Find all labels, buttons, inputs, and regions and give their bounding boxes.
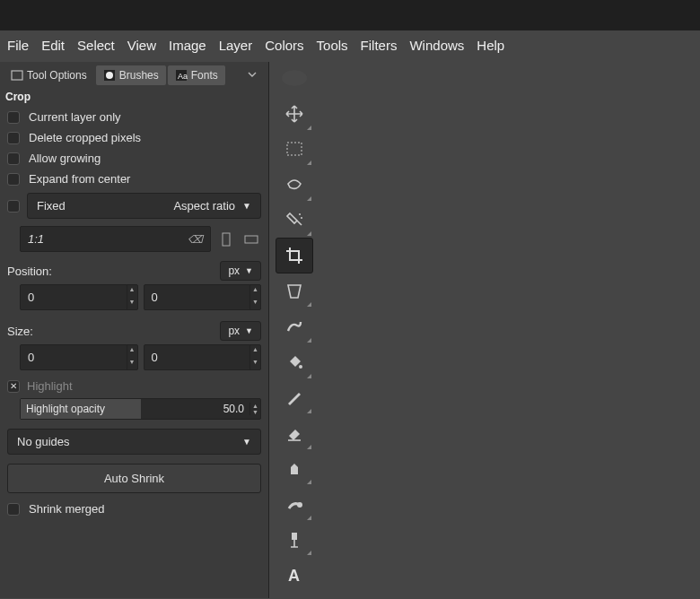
check-delete-cropped[interactable]	[7, 132, 20, 144]
svg-text:A: A	[288, 567, 300, 585]
landscape-icon[interactable]	[241, 230, 261, 249]
unit-label: px	[228, 265, 240, 277]
opacity-label: Highlight opacity	[21, 399, 218, 419]
select-guides[interactable]: No guides ▼	[7, 429, 261, 455]
tab-label: Brushes	[119, 69, 159, 82]
tool-rect-select[interactable]	[276, 132, 313, 168]
tool-fuzzy-select[interactable]	[276, 203, 313, 239]
svg-rect-14	[292, 533, 297, 540]
menu-edit[interactable]: Edit	[41, 38, 65, 53]
input-position-y[interactable]: ▲▼	[144, 284, 262, 310]
spin-down[interactable]: ▼	[127, 358, 137, 370]
section-title: Crop	[0, 85, 268, 107]
tool-crop[interactable]	[276, 238, 313, 273]
input-aspect-ratio[interactable]: 1:1 ⌫	[20, 226, 211, 252]
tool-bucket-fill[interactable]	[276, 344, 313, 380]
slider-highlight-opacity[interactable]: Highlight opacity 50.0 ▲▼	[20, 398, 261, 420]
menu-windows[interactable]: Windows	[409, 38, 464, 53]
spin-up[interactable]: ▲	[250, 345, 260, 358]
tool-free-select[interactable]	[276, 167, 313, 203]
select-fixed-mode[interactable]: Fixed Aspect ratio ▼	[27, 193, 261, 219]
tool-eraser[interactable]	[276, 415, 313, 451]
menu-image[interactable]: Image	[169, 38, 206, 53]
menu-layer[interactable]: Layer	[219, 38, 253, 53]
size-label: Size:	[7, 325, 33, 338]
input-size-h[interactable]: ▲▼	[144, 344, 262, 370]
label-highlight: Highlight	[27, 379, 73, 393]
input-size-w-value[interactable]	[21, 345, 127, 369]
titlebar	[0, 0, 700, 30]
menu-select[interactable]: Select	[77, 38, 115, 53]
spin-up[interactable]: ▲	[250, 285, 260, 298]
input-size-w[interactable]: ▲▼	[20, 344, 138, 370]
chevron-down-icon: ▼	[242, 201, 251, 211]
spin-up[interactable]: ▲	[250, 403, 260, 409]
tool-unified-transform[interactable]	[276, 273, 313, 309]
svg-rect-6	[245, 236, 258, 243]
check-highlight[interactable]	[7, 380, 20, 393]
brushes-icon	[103, 69, 116, 82]
position-label: Position:	[7, 265, 52, 278]
input-position-x[interactable]: ▲▼	[20, 284, 138, 310]
menu-filters[interactable]: Filters	[361, 38, 398, 53]
tool-options-panel: Tool Options Brushes Aa Fonts Crop	[0, 62, 269, 598]
tool-move[interactable]	[276, 96, 313, 132]
check-expand-center[interactable]	[7, 173, 20, 186]
chevron-down-icon: ▼	[245, 266, 253, 275]
spin-up[interactable]: ▲	[127, 345, 137, 358]
select-size-unit[interactable]: px ▼	[220, 321, 261, 341]
tab-brushes[interactable]: Brushes	[96, 65, 166, 85]
tab-label: Fonts	[191, 69, 218, 82]
tab-label: Tool Options	[27, 69, 87, 82]
menu-file[interactable]: File	[7, 38, 29, 53]
canvas-area	[319, 62, 700, 598]
menu-colors[interactable]: Colors	[265, 38, 303, 53]
spin-down[interactable]: ▼	[127, 298, 137, 310]
tool-paths[interactable]	[276, 522, 313, 558]
spin-up[interactable]: ▲	[127, 285, 137, 298]
label-allow-growing: Allow growing	[29, 152, 101, 165]
button-auto-shrink[interactable]: Auto Shrink	[7, 464, 261, 493]
tool-smudge[interactable]	[276, 486, 313, 522]
svg-point-2	[106, 72, 113, 79]
toolbox: A	[269, 62, 319, 598]
tab-tool-options[interactable]: Tool Options	[4, 65, 94, 85]
svg-point-13	[297, 502, 302, 508]
input-position-y-value[interactable]	[144, 285, 250, 309]
spin-down[interactable]: ▼	[250, 298, 260, 310]
ratio-value: 1:1	[28, 232, 44, 246]
portrait-icon[interactable]	[216, 230, 236, 249]
fixed-mode: Aspect ratio	[173, 199, 235, 213]
gimp-logo-icon	[276, 67, 312, 89]
input-size-h-value[interactable]	[144, 345, 250, 369]
menu-tools[interactable]: Tools	[317, 38, 348, 53]
label-delete-cropped: Delete cropped pixels	[29, 131, 141, 144]
spin-down[interactable]: ▼	[250, 358, 260, 370]
check-allow-growing[interactable]	[7, 152, 20, 165]
tool-text[interactable]: A	[276, 557, 313, 593]
menu-help[interactable]: Help	[477, 38, 504, 53]
tool-clone[interactable]	[276, 451, 313, 487]
svg-point-10	[301, 217, 302, 219]
guides-value: No guides	[17, 435, 70, 448]
input-position-x-value[interactable]	[21, 285, 127, 309]
label-current-layer: Current layer only	[29, 110, 121, 124]
unit-label: px	[228, 325, 240, 337]
tab-fonts[interactable]: Aa Fonts	[168, 65, 225, 85]
menu-view[interactable]: View	[127, 38, 156, 53]
svg-rect-8	[287, 143, 302, 155]
fixed-label: Fixed	[37, 199, 66, 213]
check-current-layer[interactable]	[7, 111, 20, 124]
svg-point-7	[282, 70, 307, 86]
spin-down[interactable]: ▼	[250, 409, 260, 415]
opacity-value: 50.0	[218, 399, 249, 419]
svg-text:Aa: Aa	[178, 72, 188, 81]
check-fixed[interactable]	[7, 200, 20, 213]
clear-icon[interactable]: ⌫	[188, 233, 203, 246]
tool-warp[interactable]	[276, 308, 313, 344]
select-position-unit[interactable]: px ▼	[220, 261, 261, 281]
chevron-down-icon: ▼	[245, 326, 253, 335]
tab-menu-icon[interactable]	[247, 69, 259, 82]
check-shrink-merged[interactable]	[7, 503, 20, 516]
tool-paintbrush[interactable]	[276, 380, 313, 416]
